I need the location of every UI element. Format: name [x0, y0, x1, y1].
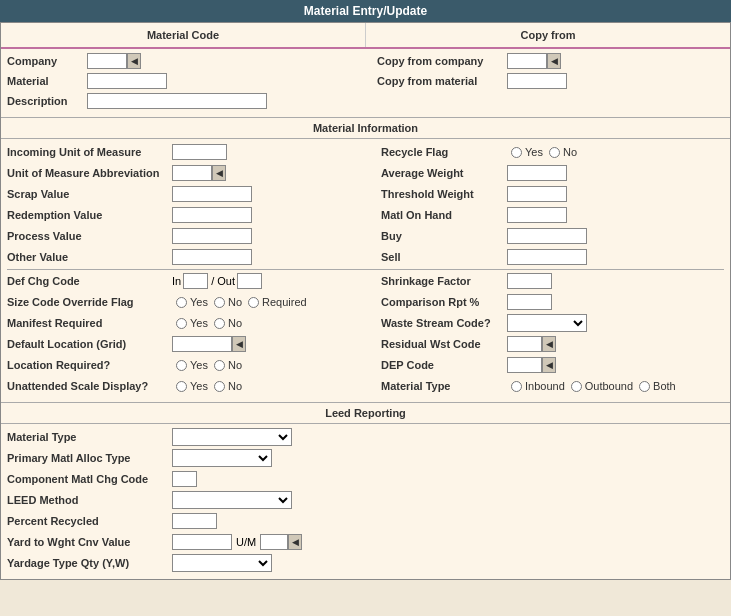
copy-from-company-arrow[interactable]: ◀: [547, 53, 561, 69]
location-no-radio[interactable]: [214, 360, 225, 371]
dep-code-label: DEP Code: [377, 359, 507, 371]
uom-abbrev-label: Unit of Measure Abbreviation: [7, 167, 172, 179]
copy-from-material-input[interactable]: [507, 73, 567, 89]
buy-label: Buy: [377, 230, 507, 242]
outbound-radio[interactable]: [571, 381, 582, 392]
default-location-arrow[interactable]: ◀: [232, 336, 246, 352]
uom-abbrev-arrow[interactable]: ◀: [212, 165, 226, 181]
waste-stream-select[interactable]: [507, 314, 587, 332]
leed-material-type-select[interactable]: [172, 428, 292, 446]
company-arrow[interactable]: ◀: [127, 53, 141, 69]
unattended-yes-radio[interactable]: [176, 381, 187, 392]
dep-code-arrow[interactable]: ◀: [542, 357, 556, 373]
comparison-rpt-input[interactable]: [507, 294, 552, 310]
location-yes-radio[interactable]: [176, 360, 187, 371]
top-section: Company ◀ Copy from company ◀ Material C…: [1, 49, 730, 117]
residual-wst-label: Residual Wst Code: [377, 338, 507, 350]
default-location-label: Default Location (Grid): [7, 338, 172, 350]
process-value-label: Process Value: [7, 230, 172, 242]
process-value-input[interactable]: [172, 228, 252, 244]
description-input[interactable]: [87, 93, 267, 109]
company-input[interactable]: [87, 53, 127, 69]
def-chg-in-input[interactable]: [183, 273, 208, 289]
leed-material-type-label: Material Type: [7, 431, 172, 443]
size-code-no-label: No: [228, 296, 242, 308]
default-location-input[interactable]: [172, 336, 232, 352]
other-value-input[interactable]: [172, 249, 252, 265]
incoming-uom-label: Incoming Unit of Measure: [7, 146, 172, 158]
manifest-yes-radio[interactable]: [176, 318, 187, 329]
size-code-yes-radio[interactable]: [176, 297, 187, 308]
description-label: Description: [7, 95, 87, 107]
leed-method-select[interactable]: [172, 491, 292, 509]
component-matl-input[interactable]: [172, 471, 197, 487]
material-info-section: Incoming Unit of Measure Recycle Flag Ye…: [1, 139, 730, 402]
both-label: Both: [653, 380, 676, 392]
in-label: In: [172, 275, 181, 287]
primary-matl-alloc-label: Primary Matl Alloc Type: [7, 452, 172, 464]
inbound-radio[interactable]: [511, 381, 522, 392]
location-yes-label: Yes: [190, 359, 208, 371]
outbound-label: Outbound: [585, 380, 633, 392]
out-label: Out: [217, 275, 235, 287]
inbound-label: Inbound: [525, 380, 565, 392]
leed-method-label: LEED Method: [7, 494, 172, 506]
um-static-label: U/M: [236, 536, 256, 548]
location-required-group[interactable]: Yes No: [172, 359, 242, 371]
recycle-no-radio[interactable]: [549, 147, 560, 158]
size-code-no-radio[interactable]: [214, 297, 225, 308]
yard-wght-label: Yard to Wght Cnv Value: [7, 536, 172, 548]
both-radio[interactable]: [639, 381, 650, 392]
unattended-scale-label: Unattended Scale Display?: [7, 380, 172, 392]
unattended-no-radio[interactable]: [214, 381, 225, 392]
shrinkage-factor-input[interactable]: [507, 273, 552, 289]
primary-matl-alloc-select[interactable]: [172, 449, 272, 467]
size-code-yes-label: Yes: [190, 296, 208, 308]
buy-input[interactable]: [507, 228, 587, 244]
component-matl-label: Component Matl Chg Code: [7, 473, 172, 485]
redemption-value-label: Redemption Value: [7, 209, 172, 221]
threshold-weight-label: Threshold Weight: [377, 188, 507, 200]
recycle-yes-radio[interactable]: [511, 147, 522, 158]
scrap-value-input[interactable]: [172, 186, 252, 202]
waste-stream-label: Waste Stream Code?: [377, 317, 507, 329]
average-weight-input[interactable]: [507, 165, 567, 181]
unattended-group[interactable]: Yes No: [172, 380, 242, 392]
manifest-no-radio[interactable]: [214, 318, 225, 329]
tab-material-code[interactable]: Material Code: [1, 23, 366, 47]
sell-input[interactable]: [507, 249, 587, 265]
out-separator: /: [211, 275, 214, 287]
threshold-weight-input[interactable]: [507, 186, 567, 202]
material-type-mi-group[interactable]: Inbound Outbound Both: [507, 380, 676, 392]
material-type-mi-label: Material Type: [377, 380, 507, 392]
matl-on-hand-input[interactable]: [507, 207, 567, 223]
copy-from-material-label: Copy from material: [377, 75, 507, 87]
tab-copy-from[interactable]: Copy from: [366, 23, 730, 47]
residual-wst-arrow[interactable]: ◀: [542, 336, 556, 352]
dep-code-input[interactable]: [507, 357, 542, 373]
sell-label: Sell: [377, 251, 507, 263]
manifest-yes-label: Yes: [190, 317, 208, 329]
company-label: Company: [7, 55, 87, 67]
other-value-label: Other Value: [7, 251, 172, 263]
recycle-flag-group[interactable]: Yes No: [507, 146, 577, 158]
size-code-group[interactable]: Yes No Required: [172, 296, 307, 308]
manifest-required-label: Manifest Required: [7, 317, 172, 329]
redemption-value-input[interactable]: [172, 207, 252, 223]
yardage-type-select[interactable]: [172, 554, 272, 572]
material-input[interactable]: [87, 73, 167, 89]
size-code-required-radio[interactable]: [248, 297, 259, 308]
uom-abbrev-input[interactable]: [172, 165, 212, 181]
um-input[interactable]: [260, 534, 288, 550]
copy-from-company-input[interactable]: [507, 53, 547, 69]
um-arrow[interactable]: ◀: [288, 534, 302, 550]
material-info-header: Material Information: [1, 117, 730, 139]
percent-recycled-input[interactable]: [172, 513, 217, 529]
manifest-group[interactable]: Yes No: [172, 317, 242, 329]
def-chg-out-input[interactable]: [237, 273, 262, 289]
leed-section: Material Type Primary Matl Alloc Type Co…: [1, 424, 730, 579]
residual-wst-input[interactable]: [507, 336, 542, 352]
yard-wght-input[interactable]: [172, 534, 232, 550]
incoming-uom-input[interactable]: [172, 144, 227, 160]
scrap-value-label: Scrap Value: [7, 188, 172, 200]
